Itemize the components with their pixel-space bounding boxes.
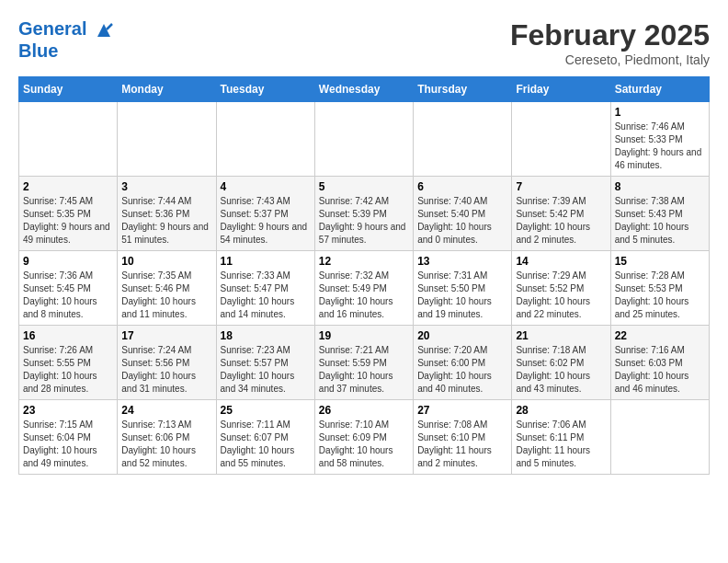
day-number: 6 bbox=[417, 180, 507, 193]
calendar-cell bbox=[512, 102, 610, 177]
day-info: Sunrise: 7:29 AM Sunset: 5:52 PM Dayligh… bbox=[516, 270, 606, 321]
day-info: Sunrise: 7:26 AM Sunset: 5:55 PM Dayligh… bbox=[23, 344, 113, 396]
calendar-table: SundayMondayTuesdayWednesdayThursdayFrid… bbox=[18, 76, 710, 475]
day-number: 9 bbox=[23, 255, 113, 268]
calendar-cell: 3Sunrise: 7:44 AM Sunset: 5:36 PM Daylig… bbox=[118, 177, 216, 251]
calendar-cell bbox=[19, 102, 118, 177]
calendar-cell bbox=[414, 102, 512, 177]
calendar-week-4: 23Sunrise: 7:15 AM Sunset: 6:04 PM Dayli… bbox=[19, 400, 710, 475]
logo-icon bbox=[94, 20, 114, 40]
header-thursday: Thursday bbox=[414, 77, 512, 102]
calendar-week-2: 9Sunrise: 7:36 AM Sunset: 5:45 PM Daylig… bbox=[19, 251, 710, 326]
day-number: 21 bbox=[516, 329, 606, 342]
day-info: Sunrise: 7:28 AM Sunset: 5:53 PM Dayligh… bbox=[615, 270, 705, 321]
day-number: 26 bbox=[319, 404, 409, 417]
day-info: Sunrise: 7:35 AM Sunset: 5:46 PM Dayligh… bbox=[121, 270, 211, 321]
calendar-cell bbox=[118, 102, 216, 177]
day-info: Sunrise: 7:15 AM Sunset: 6:04 PM Dayligh… bbox=[23, 419, 113, 470]
day-info: Sunrise: 7:10 AM Sunset: 6:09 PM Dayligh… bbox=[319, 419, 409, 470]
day-number: 1 bbox=[615, 106, 705, 119]
day-info: Sunrise: 7:13 AM Sunset: 6:06 PM Dayligh… bbox=[121, 419, 211, 470]
calendar-cell: 20Sunrise: 7:20 AM Sunset: 6:00 PM Dayli… bbox=[414, 326, 512, 400]
day-info: Sunrise: 7:38 AM Sunset: 5:43 PM Dayligh… bbox=[615, 195, 705, 247]
day-info: Sunrise: 7:46 AM Sunset: 5:33 PM Dayligh… bbox=[615, 121, 705, 172]
day-info: Sunrise: 7:40 AM Sunset: 5:40 PM Dayligh… bbox=[417, 195, 507, 247]
day-number: 16 bbox=[23, 329, 113, 342]
month-title: February 2025 bbox=[510, 18, 710, 52]
day-number: 11 bbox=[221, 255, 311, 268]
day-info: Sunrise: 7:24 AM Sunset: 5:56 PM Dayligh… bbox=[121, 344, 211, 396]
day-number: 25 bbox=[221, 404, 311, 417]
day-info: Sunrise: 7:31 AM Sunset: 5:50 PM Dayligh… bbox=[417, 270, 507, 321]
day-number: 17 bbox=[121, 329, 211, 342]
calendar-cell: 13Sunrise: 7:31 AM Sunset: 5:50 PM Dayli… bbox=[414, 251, 512, 326]
calendar-cell: 7Sunrise: 7:39 AM Sunset: 5:42 PM Daylig… bbox=[512, 177, 610, 251]
calendar-cell: 11Sunrise: 7:33 AM Sunset: 5:47 PM Dayli… bbox=[216, 251, 314, 326]
calendar-cell bbox=[216, 102, 314, 177]
day-info: Sunrise: 7:18 AM Sunset: 6:02 PM Dayligh… bbox=[516, 344, 606, 396]
logo-general: General bbox=[18, 18, 86, 39]
header-tuesday: Tuesday bbox=[216, 77, 314, 102]
day-info: Sunrise: 7:45 AM Sunset: 5:35 PM Dayligh… bbox=[23, 195, 113, 247]
calendar-cell: 18Sunrise: 7:23 AM Sunset: 5:57 PM Dayli… bbox=[216, 326, 314, 400]
day-info: Sunrise: 7:16 AM Sunset: 6:03 PM Dayligh… bbox=[615, 344, 705, 396]
day-number: 8 bbox=[615, 180, 705, 193]
calendar-cell bbox=[314, 102, 413, 177]
calendar-cell: 23Sunrise: 7:15 AM Sunset: 6:04 PM Dayli… bbox=[19, 400, 118, 475]
day-info: Sunrise: 7:23 AM Sunset: 5:57 PM Dayligh… bbox=[221, 344, 311, 396]
header-sunday: Sunday bbox=[19, 77, 118, 102]
day-number: 2 bbox=[23, 180, 113, 193]
header-friday: Friday bbox=[512, 77, 610, 102]
calendar-cell: 25Sunrise: 7:11 AM Sunset: 6:07 PM Dayli… bbox=[216, 400, 314, 475]
calendar-cell: 14Sunrise: 7:29 AM Sunset: 5:52 PM Dayli… bbox=[512, 251, 610, 326]
calendar-cell: 17Sunrise: 7:24 AM Sunset: 5:56 PM Dayli… bbox=[118, 326, 216, 400]
day-number: 24 bbox=[121, 404, 211, 417]
calendar-cell: 27Sunrise: 7:08 AM Sunset: 6:10 PM Dayli… bbox=[414, 400, 512, 475]
logo: General Blue bbox=[18, 18, 114, 61]
day-number: 23 bbox=[23, 404, 113, 417]
page-header: General Blue February 2025 Cereseto, Pie… bbox=[18, 18, 710, 67]
calendar-cell: 10Sunrise: 7:35 AM Sunset: 5:46 PM Dayli… bbox=[118, 251, 216, 326]
day-number: 19 bbox=[319, 329, 409, 342]
day-info: Sunrise: 7:21 AM Sunset: 5:59 PM Dayligh… bbox=[319, 344, 409, 396]
day-info: Sunrise: 7:43 AM Sunset: 5:37 PM Dayligh… bbox=[221, 195, 311, 247]
day-info: Sunrise: 7:06 AM Sunset: 6:11 PM Dayligh… bbox=[516, 419, 606, 470]
header-monday: Monday bbox=[118, 77, 216, 102]
calendar-week-0: 1Sunrise: 7:46 AM Sunset: 5:33 PM Daylig… bbox=[19, 102, 710, 177]
calendar-header-row: SundayMondayTuesdayWednesdayThursdayFrid… bbox=[19, 77, 710, 102]
day-info: Sunrise: 7:11 AM Sunset: 6:07 PM Dayligh… bbox=[221, 419, 311, 470]
calendar-week-1: 2Sunrise: 7:45 AM Sunset: 5:35 PM Daylig… bbox=[19, 177, 710, 251]
day-number: 27 bbox=[417, 404, 507, 417]
calendar-cell: 4Sunrise: 7:43 AM Sunset: 5:37 PM Daylig… bbox=[216, 177, 314, 251]
day-info: Sunrise: 7:32 AM Sunset: 5:49 PM Dayligh… bbox=[319, 270, 409, 321]
calendar-cell: 5Sunrise: 7:42 AM Sunset: 5:39 PM Daylig… bbox=[314, 177, 413, 251]
day-number: 12 bbox=[319, 255, 409, 268]
calendar-cell: 15Sunrise: 7:28 AM Sunset: 5:53 PM Dayli… bbox=[610, 251, 709, 326]
calendar-cell: 24Sunrise: 7:13 AM Sunset: 6:06 PM Dayli… bbox=[118, 400, 216, 475]
day-info: Sunrise: 7:44 AM Sunset: 5:36 PM Dayligh… bbox=[121, 195, 211, 247]
day-info: Sunrise: 7:36 AM Sunset: 5:45 PM Dayligh… bbox=[23, 270, 113, 321]
day-number: 5 bbox=[319, 180, 409, 193]
day-number: 15 bbox=[615, 255, 705, 268]
calendar-cell: 28Sunrise: 7:06 AM Sunset: 6:11 PM Dayli… bbox=[512, 400, 610, 475]
day-info: Sunrise: 7:39 AM Sunset: 5:42 PM Dayligh… bbox=[516, 195, 606, 247]
location-subtitle: Cereseto, Piedmont, Italy bbox=[510, 52, 710, 67]
calendar-cell: 16Sunrise: 7:26 AM Sunset: 5:55 PM Dayli… bbox=[19, 326, 118, 400]
day-info: Sunrise: 7:42 AM Sunset: 5:39 PM Dayligh… bbox=[319, 195, 409, 247]
calendar-cell: 21Sunrise: 7:18 AM Sunset: 6:02 PM Dayli… bbox=[512, 326, 610, 400]
title-section: February 2025 Cereseto, Piedmont, Italy bbox=[510, 18, 710, 67]
day-number: 22 bbox=[615, 329, 705, 342]
day-info: Sunrise: 7:33 AM Sunset: 5:47 PM Dayligh… bbox=[221, 270, 311, 321]
logo-blue: Blue bbox=[18, 40, 114, 61]
calendar-cell: 1Sunrise: 7:46 AM Sunset: 5:33 PM Daylig… bbox=[610, 102, 709, 177]
day-number: 13 bbox=[417, 255, 507, 268]
calendar-cell: 6Sunrise: 7:40 AM Sunset: 5:40 PM Daylig… bbox=[414, 177, 512, 251]
day-number: 4 bbox=[221, 180, 311, 193]
calendar-cell: 2Sunrise: 7:45 AM Sunset: 5:35 PM Daylig… bbox=[19, 177, 118, 251]
calendar-cell: 19Sunrise: 7:21 AM Sunset: 5:59 PM Dayli… bbox=[314, 326, 413, 400]
calendar-cell: 22Sunrise: 7:16 AM Sunset: 6:03 PM Dayli… bbox=[610, 326, 709, 400]
header-wednesday: Wednesday bbox=[314, 77, 413, 102]
day-number: 10 bbox=[121, 255, 211, 268]
calendar-cell bbox=[610, 400, 709, 475]
calendar-cell: 12Sunrise: 7:32 AM Sunset: 5:49 PM Dayli… bbox=[314, 251, 413, 326]
